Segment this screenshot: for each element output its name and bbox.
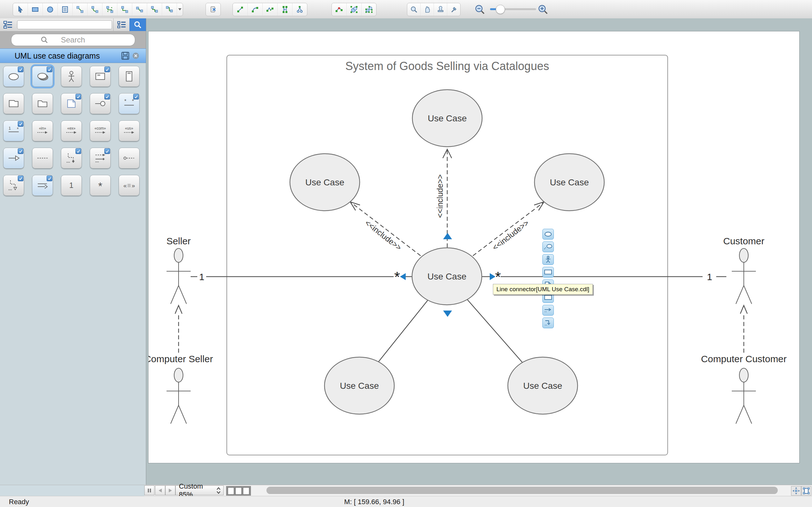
stencil-frame-vertical[interactable] xyxy=(119,66,140,87)
save-stencil-icon[interactable] xyxy=(121,52,132,60)
palette-rectangle-icon[interactable] xyxy=(542,267,554,278)
use-case-label: Use Case xyxy=(340,381,379,391)
stencil-include-arrow[interactable]: «in» xyxy=(32,120,53,141)
stencil-rectangle-titled[interactable] xyxy=(90,66,111,87)
line-tool-icon[interactable] xyxy=(233,3,248,16)
actor-customer[interactable] xyxy=(732,248,756,304)
stencil-uses-arrow[interactable]: «us» xyxy=(119,120,140,141)
page-list-button[interactable] xyxy=(144,486,154,495)
customer-label: Customer xyxy=(723,236,764,246)
polyline-tool-icon[interactable] xyxy=(263,3,277,16)
checked-badge-icon xyxy=(18,176,23,181)
connector-dropdown-icon[interactable] xyxy=(177,3,183,16)
horizontal-scrollbar-thumb[interactable] xyxy=(266,487,778,494)
palette-arrow-icon[interactable] xyxy=(542,305,554,316)
stencil-dependency-arrows[interactable] xyxy=(90,148,111,169)
use-case-right[interactable]: Use Case xyxy=(535,154,604,211)
pan-hand-icon[interactable] xyxy=(420,3,434,16)
computer-customer-label: Computer Customer xyxy=(701,354,786,364)
cut-tool-icon[interactable] xyxy=(293,3,307,16)
checked-badge-icon xyxy=(75,94,81,100)
use-case-center[interactable]: Use Case xyxy=(412,248,482,305)
palette-connector-oval-icon[interactable] xyxy=(542,241,554,252)
stamp-tool-icon[interactable] xyxy=(434,3,447,16)
connector-curved-icon[interactable] xyxy=(88,3,102,16)
main-toolbar xyxy=(0,0,812,19)
list-view-icon[interactable] xyxy=(113,18,130,31)
search-input[interactable] xyxy=(11,34,135,46)
page-thumbnail[interactable] xyxy=(243,487,249,495)
close-panel-icon[interactable] xyxy=(132,52,146,60)
stencil-package[interactable] xyxy=(32,93,53,114)
document-page[interactable]: System of Goods Selling via Catalogues <… xyxy=(148,31,800,463)
diagram-title[interactable]: System of Goods Selling via Catalogues xyxy=(345,60,549,72)
ellipse-tool-icon[interactable] xyxy=(43,3,58,16)
frame-icon xyxy=(7,97,20,111)
connector-tree-icon[interactable] xyxy=(102,3,117,16)
library-tree-icon[interactable] xyxy=(0,18,16,31)
actor-computer-seller[interactable] xyxy=(166,368,191,424)
pointer-tool-icon[interactable] xyxy=(13,3,28,16)
use-case-left[interactable]: Use Case xyxy=(290,154,360,211)
stencil-stereotype-brackets[interactable]: «» xyxy=(119,175,140,196)
stencil-filter-field[interactable] xyxy=(17,20,112,29)
stencil-communicate-arrow[interactable]: «com» xyxy=(90,120,111,141)
eyedropper-icon[interactable] xyxy=(447,3,460,16)
stencil-multiplicity-1[interactable]: 1 xyxy=(61,175,82,196)
zoom-in-button[interactable] xyxy=(538,4,548,15)
connector-elbow-icon[interactable] xyxy=(117,3,132,16)
stencil-extend-arrow[interactable]: «ex» xyxy=(61,120,82,141)
actor-computer-customer[interactable] xyxy=(732,368,756,424)
connector-smooth-icon[interactable] xyxy=(132,3,147,16)
stencil-actor[interactable] xyxy=(61,66,82,87)
search-mode-button[interactable] xyxy=(130,18,146,31)
use-case-top[interactable]: Use Case xyxy=(412,90,482,147)
actor-icon xyxy=(64,69,78,83)
page-thumbnails[interactable] xyxy=(226,486,251,496)
zoom-tool-icon[interactable] xyxy=(407,3,420,16)
stencil-interface-lollipop[interactable] xyxy=(90,93,111,114)
group-shapes-icon[interactable] xyxy=(347,3,362,16)
edit-curve-icon[interactable] xyxy=(332,3,347,16)
actor-seller[interactable] xyxy=(166,248,191,304)
page-thumbnail[interactable] xyxy=(235,487,242,495)
stencil-lollipop-dashed[interactable] xyxy=(119,148,140,169)
fit-page-button[interactable] xyxy=(791,486,801,496)
delete-shape-icon[interactable] xyxy=(206,3,220,16)
stencil-generalization[interactable] xyxy=(3,148,24,169)
star-label: * xyxy=(124,99,126,104)
actual-size-button[interactable] xyxy=(801,486,811,496)
stencil-multiplicity-line[interactable]: 1* xyxy=(3,120,24,141)
text-tool-icon[interactable] xyxy=(58,3,72,16)
connector-orthogonal-icon[interactable] xyxy=(147,3,162,16)
use-case-bottom-left[interactable]: Use Case xyxy=(324,357,394,414)
stencil-dashed-line[interactable] xyxy=(32,148,53,169)
stencil-use-case[interactable] xyxy=(3,66,24,87)
palette-elbow-arrow-icon[interactable] xyxy=(542,318,554,328)
arc-tool-icon[interactable] xyxy=(248,3,263,16)
stencil-multiplicity-many[interactable]: * xyxy=(90,175,111,196)
palette-actor-icon[interactable] xyxy=(542,254,554,265)
zoom-slider-knob[interactable] xyxy=(496,5,505,14)
zoom-level-control[interactable]: Custom 85% xyxy=(175,486,223,495)
stencil-note[interactable] xyxy=(61,93,82,114)
page-thumbnail[interactable] xyxy=(228,487,234,495)
stencil-association-ends[interactable]: ** xyxy=(119,93,140,114)
palette-use-case-icon[interactable] xyxy=(542,229,554,239)
next-page-button[interactable] xyxy=(165,486,175,495)
connector-smart-icon[interactable] xyxy=(162,3,177,16)
zoom-stepper-icon[interactable] xyxy=(216,487,221,494)
connector-direct-icon[interactable] xyxy=(72,3,88,16)
stencil-frame[interactable] xyxy=(3,93,24,114)
use-case-bottom-right[interactable]: Use Case xyxy=(508,357,577,414)
stencil-double-arrow[interactable] xyxy=(32,175,53,196)
previous-page-button[interactable] xyxy=(155,486,165,495)
zoom-out-button[interactable] xyxy=(474,4,485,15)
split-tool-icon[interactable] xyxy=(277,3,293,16)
ungroup-shapes-icon[interactable] xyxy=(362,3,376,16)
stencil-elbow-dependency-diamond[interactable] xyxy=(61,148,82,169)
vertical-frame-icon xyxy=(122,69,136,83)
rectangle-tool-icon[interactable] xyxy=(28,3,43,16)
stencil-use-case-multi[interactable] xyxy=(32,66,53,87)
stencil-elbow-dependency-open[interactable] xyxy=(3,175,24,196)
